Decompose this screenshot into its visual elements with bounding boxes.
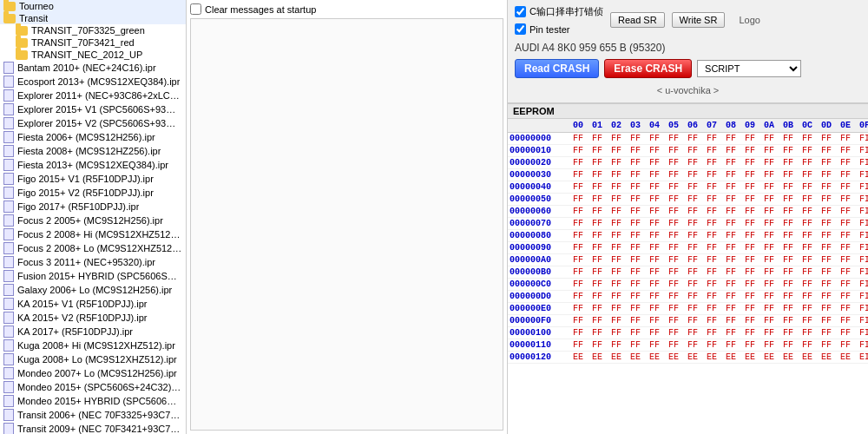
tree-item[interactable]: Mondeo 2015+ (SPC5606S+24C32) Vi: bbox=[0, 380, 186, 394]
tree-item[interactable]: Figo 2015+ V1 (R5F10DPJJ).ipr bbox=[0, 172, 186, 186]
tree-item[interactable]: KA 2015+ V2 (R5F10DPJJ).ipr bbox=[0, 311, 186, 325]
eeprom-cell: EE bbox=[607, 352, 626, 363]
eeprom-row: 000000D0FFFFFFFFFFFFFFFFFFFFFFFFFFFFFFFI bbox=[508, 291, 868, 303]
eeprom-row-address: 00000050 bbox=[508, 194, 569, 205]
eeprom-cell: FF bbox=[683, 291, 702, 302]
eeprom-cell: FF bbox=[740, 303, 760, 314]
read-sr-button[interactable]: Read SR bbox=[610, 12, 665, 28]
eeprom-col-label: 05 bbox=[664, 120, 683, 131]
eeprom-cell: FF bbox=[817, 206, 836, 217]
file-icon bbox=[3, 117, 14, 129]
eeprom-cell: FF bbox=[588, 218, 607, 229]
read-crash-button[interactable]: Read CRASH bbox=[515, 59, 599, 78]
eeprom-cell: FF bbox=[702, 145, 721, 156]
tree-item[interactable]: TRANSIT_NEC_2012_UP bbox=[0, 49, 186, 61]
eeprom-cell: FF bbox=[588, 206, 607, 217]
eeprom-cell: EE bbox=[817, 352, 836, 363]
write-sr-button[interactable]: Write SR bbox=[672, 12, 726, 28]
folder-icon bbox=[3, 2, 16, 11]
right-panel: C输口择串打错侦 Pin tester Read SR Write SR Log… bbox=[508, 0, 868, 434]
eeprom-cell: EE bbox=[836, 352, 855, 363]
tree-item[interactable]: Ecosport 2013+ (MC9S12XEQ384).ipr bbox=[0, 75, 186, 89]
tree-list[interactable]: TourneoTransitTRANSIT_70F3325_greenTRANS… bbox=[0, 0, 186, 434]
eeprom-row-address: 000000A0 bbox=[508, 254, 569, 266]
eeprom-cell: FF bbox=[760, 303, 779, 314]
script-dropdown[interactable]: SCRIPT bbox=[697, 60, 801, 77]
tree-item[interactable]: Tourneo bbox=[0, 0, 186, 12]
erase-crash-button[interactable]: Erase CRASH bbox=[604, 59, 692, 78]
tree-item[interactable]: Focus 2 2008+ Lo (MC9S12XHZ512).ipr bbox=[0, 241, 186, 255]
eeprom-grid[interactable]: 000102030405060708090A0B0C0D0E0F00000000… bbox=[508, 119, 868, 434]
tree-item[interactable]: Mondeo 2007+ Lo (MC9S12H256).ipr bbox=[0, 366, 186, 380]
eeprom-cell: FF bbox=[760, 327, 779, 339]
eeprom-cell: FF bbox=[607, 169, 626, 181]
eeprom-cell: FF bbox=[702, 339, 721, 351]
eeprom-cell: FF bbox=[664, 230, 683, 241]
tree-item[interactable]: Transit bbox=[0, 12, 186, 24]
eeprom-cell: FF bbox=[760, 339, 779, 351]
eeprom-cell: EE bbox=[664, 352, 683, 363]
tree-item[interactable]: Focus 2 2008+ Hi (MC9S12XHZ512).ipr bbox=[0, 227, 186, 241]
eeprom-cell: FF bbox=[836, 315, 855, 326]
eeprom-row: 000000E0FFFFFFFFFFFFFFFFFFFFFFFFFFFFFFFI bbox=[508, 303, 868, 315]
tree-item[interactable]: Explorer 2011+ (NEC+93C86+2xLCD).ipr bbox=[0, 89, 186, 102]
tree-item[interactable]: Focus 3 2011+ (NEC+95320).ipr bbox=[0, 255, 186, 269]
tree-item-label: Tourneo bbox=[19, 1, 54, 11]
eeprom-cell: FF bbox=[664, 339, 683, 351]
tree-item[interactable]: KA 2017+ (R5F10DPJJ).ipr bbox=[0, 325, 186, 339]
tree-item[interactable]: Explorer 2015+ V2 (SPC5606S+93C86+).ipr bbox=[0, 116, 186, 130]
tree-item[interactable]: Mondeo 2015+ HYBRID (SPC5606S+9) bbox=[0, 394, 186, 408]
eeprom-cell: FF bbox=[817, 303, 836, 314]
c-input-checkbox[interactable] bbox=[515, 6, 526, 17]
eeprom-cell: FF bbox=[779, 303, 798, 314]
eeprom-cell: FF bbox=[683, 242, 702, 253]
eeprom-cell: FF bbox=[740, 206, 760, 217]
tree-item[interactable]: TRANSIT_70F3325_green bbox=[0, 24, 186, 36]
tree-item[interactable]: Focus 2 2005+ (MC9S12H256).ipr bbox=[0, 214, 186, 227]
tree-item[interactable]: TRANSIT_70F3421_red bbox=[0, 36, 186, 49]
eeprom-cell: FF bbox=[683, 303, 702, 314]
clear-messages-label: Clear messages at startup bbox=[205, 4, 316, 15]
file-icon bbox=[3, 62, 14, 74]
tree-item[interactable]: Fiesta 2008+ (MC9S12HZ256).ipr bbox=[0, 144, 186, 158]
tree-item[interactable]: Explorer 2015+ V1 (SPC5606S+93C86+).ipr bbox=[0, 102, 186, 116]
tree-item[interactable]: Transit 2009+ (NEC 70F3421+93C76).ipr bbox=[0, 422, 186, 434]
eeprom-row-address: 00000040 bbox=[508, 181, 569, 193]
pin-tester-checkbox[interactable] bbox=[515, 23, 526, 35]
eeprom-cell: FF bbox=[779, 242, 798, 253]
tree-item[interactable]: Figo 2015+ V2 (R5F10DPJJ).ipr bbox=[0, 186, 186, 200]
tree-item[interactable]: Fiesta 2006+ (MC9S12H256).ipr bbox=[0, 130, 186, 144]
eeprom-cell: FF bbox=[569, 254, 588, 266]
tree-item[interactable]: Fusion 2015+ HYBRID (SPC5606S+93C bbox=[0, 269, 186, 283]
tree-item[interactable]: Kuga 2008+ Lo (MC9S12XHZ512).ipr bbox=[0, 352, 186, 366]
tree-item[interactable]: Transit 2006+ (NEC 70F3325+93C76).ipr bbox=[0, 408, 186, 422]
tree-item[interactable]: KA 2015+ V1 (R5F10DPJJ).ipr bbox=[0, 297, 186, 311]
eeprom-cell: FF bbox=[645, 254, 664, 266]
eeprom-col-label: 0C bbox=[798, 120, 817, 131]
tree-item[interactable]: Fiesta 2013+ (MC9S12XEQ384).ipr bbox=[0, 158, 186, 172]
eeprom-cell: FF bbox=[760, 145, 779, 156]
tree-item[interactable]: Galaxy 2006+ Lo (MC9S12H256).ipr bbox=[0, 283, 186, 297]
eeprom-cell: FF bbox=[836, 327, 855, 339]
tree-item[interactable]: Bantam 2010+ (NEC+24C16).ipr bbox=[0, 61, 186, 75]
clear-messages-checkbox[interactable] bbox=[190, 3, 201, 15]
eeprom-cell: EE bbox=[626, 352, 645, 363]
tree-item-label: Figo 2015+ V1 (R5F10DPJJ).ipr bbox=[17, 174, 154, 184]
eeprom-cell: FF bbox=[664, 157, 683, 168]
file-icon bbox=[3, 228, 14, 240]
eeprom-cell: FF bbox=[664, 254, 683, 266]
eeprom-cell: FF bbox=[817, 279, 836, 290]
eeprom-cell: FF bbox=[588, 339, 607, 351]
eeprom-cell: FF bbox=[626, 327, 645, 339]
tree-item[interactable]: Figo 2017+ (R5F10DPJJ).ipr bbox=[0, 200, 186, 214]
eeprom-cell: FF bbox=[683, 218, 702, 229]
eeprom-cell: FF bbox=[817, 266, 836, 278]
eeprom-cell: EE bbox=[569, 352, 588, 363]
eeprom-cell: FF bbox=[817, 194, 836, 205]
eeprom-cell: FF bbox=[607, 266, 626, 278]
folder-icon bbox=[3, 14, 16, 23]
tree-item-label: Focus 2 2008+ Lo (MC9S12XHZ512).ipr bbox=[17, 243, 182, 253]
tree-item[interactable]: Kuga 2008+ Hi (MC9S12XHZ512).ipr bbox=[0, 339, 186, 352]
eeprom-cell: FF bbox=[626, 145, 645, 156]
eeprom-cell: FF bbox=[645, 157, 664, 168]
